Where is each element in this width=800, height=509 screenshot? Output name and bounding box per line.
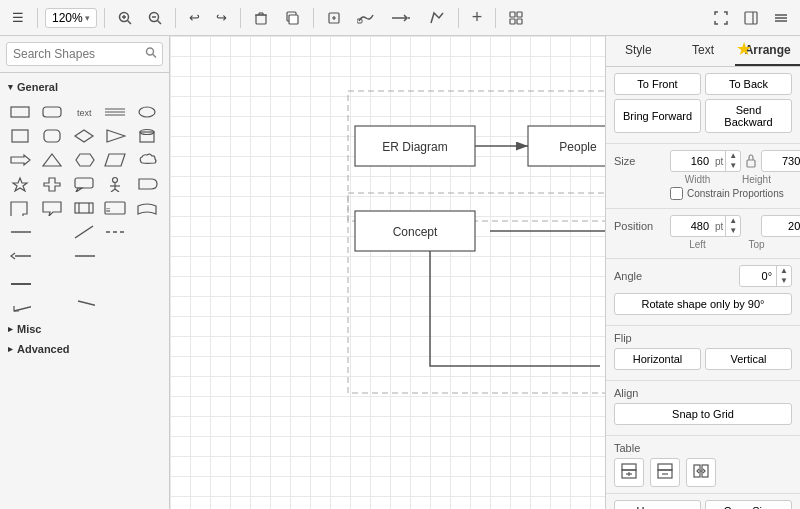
angle-input[interactable] xyxy=(740,267,776,285)
table-delete-row-button[interactable] xyxy=(650,458,680,487)
size-section: Size pt ▲ ▼ pt xyxy=(606,144,800,209)
delete-button[interactable] xyxy=(248,7,274,29)
category-general-label: General xyxy=(17,81,58,93)
shape-cylinder[interactable] xyxy=(133,125,161,147)
shape-square[interactable] xyxy=(6,125,34,147)
shape-callout2[interactable] xyxy=(38,197,66,219)
shape-callout[interactable] xyxy=(70,173,98,195)
shape-delay[interactable] xyxy=(133,173,161,195)
to-front-button[interactable]: To Front xyxy=(614,73,701,95)
width-up-spinner[interactable]: ▲ xyxy=(726,151,740,161)
shape-rect[interactable] xyxy=(6,101,34,123)
sep-4 xyxy=(240,8,241,28)
shape-arrow-right[interactable] xyxy=(6,149,34,171)
tab-text[interactable]: Text xyxy=(671,36,736,66)
category-general-arrow: ▾ xyxy=(8,82,13,92)
svg-marker-42 xyxy=(11,155,30,165)
width-down-spinner[interactable]: ▼ xyxy=(726,161,740,171)
copy-size-button[interactable]: Copy Size xyxy=(705,500,792,509)
shape-lines[interactable] xyxy=(101,101,129,123)
waypoint-button[interactable] xyxy=(423,7,451,29)
zoom-control[interactable]: 120% ▾ xyxy=(45,8,97,28)
shape-dash[interactable] xyxy=(101,221,129,243)
svg-marker-39 xyxy=(107,130,125,142)
category-misc[interactable]: ▸ Misc xyxy=(0,319,169,339)
position-row: Position pt ▲ ▼ pt xyxy=(614,215,792,237)
shape-rounded-rect[interactable] xyxy=(38,101,66,123)
shape-person[interactable] xyxy=(101,173,129,195)
svg-line-5 xyxy=(157,20,161,24)
main-area: ▾ General text xyxy=(0,36,800,509)
toolbar: ☰ 120% ▾ ↩ ↪ + xyxy=(0,0,800,36)
bring-forward-button[interactable]: Bring Forward xyxy=(614,99,701,133)
table-insert-row-button[interactable] xyxy=(614,458,644,487)
order-btn-row-1: To Front To Back xyxy=(614,73,792,95)
search-input[interactable] xyxy=(6,42,163,66)
angle-up-spinner[interactable]: ▲ xyxy=(777,266,791,276)
line-style-button[interactable] xyxy=(351,7,381,29)
shape-parallelogram[interactable] xyxy=(101,149,129,171)
duplicate-button[interactable] xyxy=(278,7,306,29)
add-button[interactable]: + xyxy=(466,3,489,32)
shape-hline[interactable] xyxy=(6,221,34,243)
shape-arrow-right2[interactable] xyxy=(70,245,98,267)
redo-button[interactable]: ↪ xyxy=(210,6,233,29)
shape-triangle-right[interactable] xyxy=(101,125,129,147)
shape-star[interactable] xyxy=(6,173,34,195)
shape-process[interactable] xyxy=(70,197,98,219)
snap-to-grid-button[interactable]: Snap to Grid xyxy=(614,403,792,425)
shape-diamond[interactable] xyxy=(70,125,98,147)
shape-hexagon[interactable] xyxy=(70,149,98,171)
width-input[interactable] xyxy=(671,152,713,170)
tab-style[interactable]: Style xyxy=(606,36,671,66)
svg-line-67 xyxy=(14,301,31,311)
angle-down-spinner[interactable]: ▼ xyxy=(777,276,791,286)
rotate-button[interactable]: Rotate shape only by 90° xyxy=(614,293,792,315)
zoom-in-button[interactable] xyxy=(112,7,138,29)
flip-btn-row: Horizontal Vertical xyxy=(614,348,792,370)
height-input[interactable] xyxy=(762,152,800,170)
shape-text[interactable]: text xyxy=(70,101,98,123)
shape-rounded-square[interactable] xyxy=(38,125,66,147)
top-input[interactable] xyxy=(762,217,800,235)
shape-dline[interactable] xyxy=(70,221,98,243)
shape-diag-line[interactable] xyxy=(70,293,98,315)
menu-button[interactable]: ☰ xyxy=(6,6,30,29)
ungroup-button[interactable]: Ungroup xyxy=(614,500,701,509)
shape-cloud[interactable] xyxy=(133,149,161,171)
left-up-spinner[interactable]: ▲ xyxy=(726,216,740,226)
table-merge-button[interactable] xyxy=(686,458,716,487)
left-down-spinner[interactable]: ▼ xyxy=(726,226,740,236)
to-back-button[interactable]: To Back xyxy=(705,73,792,95)
tab-arrange[interactable]: Arrange xyxy=(735,36,800,66)
category-general[interactable]: ▾ General xyxy=(0,77,169,97)
shape-triangle-up[interactable] xyxy=(38,149,66,171)
shape-cross[interactable] xyxy=(38,173,66,195)
shapes-list: ▾ General text xyxy=(0,73,169,509)
shape-note[interactable] xyxy=(6,197,34,219)
zoom-out-button[interactable] xyxy=(142,7,168,29)
layout-button[interactable] xyxy=(503,7,529,29)
constrain-checkbox[interactable] xyxy=(670,187,683,200)
shape-zigzag[interactable] xyxy=(6,269,34,291)
shape-arrow-both[interactable] xyxy=(6,245,34,267)
left-input[interactable] xyxy=(671,217,713,235)
fullscreen-button[interactable] xyxy=(708,7,734,29)
send-backward-button[interactable]: Send Backward xyxy=(705,99,792,133)
flip-horizontal-button[interactable]: Horizontal xyxy=(614,348,701,370)
category-advanced[interactable]: ▸ Advanced xyxy=(0,339,169,359)
table-icons xyxy=(614,458,792,487)
copy-style-button[interactable] xyxy=(321,7,347,29)
shape-ellipse[interactable] xyxy=(133,101,161,123)
shape-diag-arrows[interactable] xyxy=(6,293,34,315)
search-wrap xyxy=(6,42,163,66)
more-button[interactable] xyxy=(768,7,794,29)
sep-2 xyxy=(104,8,105,28)
flip-vertical-button[interactable]: Vertical xyxy=(705,348,792,370)
canvas-area[interactable]: ER Diagram People Concept Matter Procedu… xyxy=(170,36,605,509)
shape-tape[interactable] xyxy=(133,197,161,219)
undo-button[interactable]: ↩ xyxy=(183,6,206,29)
shape-label[interactable]: ≡ xyxy=(101,197,129,219)
arrow-style-button[interactable] xyxy=(385,7,419,29)
panel-toggle-button[interactable] xyxy=(738,7,764,29)
